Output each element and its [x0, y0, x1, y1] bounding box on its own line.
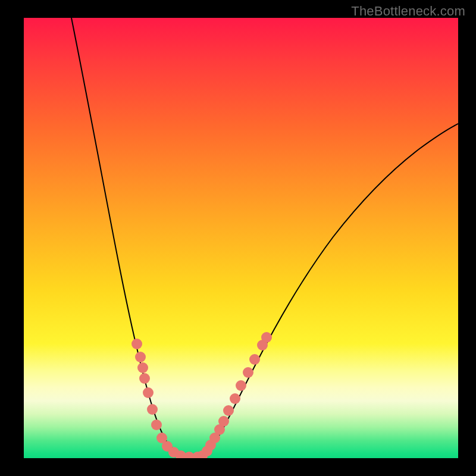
marker-group-right — [197, 332, 272, 458]
data-marker — [236, 380, 246, 391]
bottleneck-curve — [71, 18, 458, 457]
data-marker — [135, 352, 146, 362]
plot-area — [24, 18, 458, 458]
data-marker — [143, 387, 154, 398]
chart-svg — [24, 18, 458, 458]
data-marker — [131, 339, 142, 349]
data-marker — [139, 373, 150, 384]
marker-group-left — [131, 339, 203, 458]
chart-frame: TheBottleneck.com — [0, 0, 476, 476]
data-marker — [223, 405, 234, 416]
data-marker — [243, 367, 253, 378]
data-marker — [137, 362, 148, 373]
data-marker — [249, 354, 260, 365]
data-marker — [151, 419, 162, 430]
watermark-text: TheBottleneck.com — [351, 4, 465, 19]
data-marker — [261, 332, 272, 343]
data-marker — [218, 416, 229, 427]
data-marker — [230, 393, 240, 404]
data-marker — [147, 404, 158, 415]
